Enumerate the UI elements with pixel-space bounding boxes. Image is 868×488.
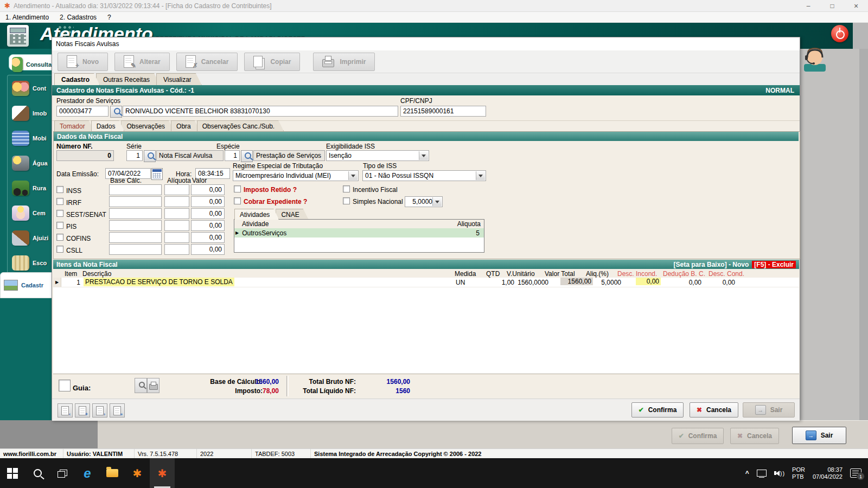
sidebar-item-cemiterio[interactable]: Cem	[0, 204, 52, 222]
especie-field[interactable]: 1	[225, 150, 240, 161]
taskbar-search-button[interactable]	[25, 458, 50, 488]
tab-obra[interactable]: Obra	[171, 120, 200, 131]
copiar-button[interactable]: Copiar	[244, 53, 300, 71]
alterar-button[interactable]: ✎ Alterar	[114, 53, 170, 71]
numero-field[interactable]: 0	[56, 150, 114, 161]
prestador-code-field[interactable]: 000003477	[56, 106, 108, 117]
power-button[interactable]	[831, 25, 848, 42]
exit-button[interactable]: → Sair	[743, 402, 795, 418]
inss-valor-field[interactable]: 0,00	[191, 184, 225, 195]
sidebar-item-rural[interactable]: Rura	[0, 179, 52, 197]
minimize-button[interactable]: –	[796, 0, 820, 12]
csll-checkbox[interactable]	[56, 246, 63, 253]
language-indicator[interactable]: POR PTB	[792, 466, 805, 480]
serie-field[interactable]: 1	[126, 150, 143, 161]
item-row[interactable]: ▶ 1 PRESTACAO DE SERVIÇO DE TORNO E SOLD…	[53, 278, 799, 287]
notification-icon[interactable]: 1	[850, 468, 861, 478]
sest-checkbox[interactable]	[56, 210, 63, 217]
outer-cancel-button[interactable]: ✖ Cancela	[730, 428, 779, 444]
sidebar-item-agua[interactable]: Água	[0, 154, 52, 172]
tab-cadastro[interactable]: Cadastro	[54, 73, 100, 85]
sidebar-item-escola[interactable]: Esco	[0, 254, 52, 272]
sidebar-item-mobiliario[interactable]: Mobi	[0, 129, 52, 147]
record-nav-button-2[interactable]: +	[75, 403, 90, 418]
cofins-checkbox[interactable]	[56, 234, 63, 241]
cofins-base-field[interactable]	[109, 232, 162, 243]
imposto-retido-checkbox[interactable]	[234, 185, 241, 192]
outer-exit-button[interactable]: → Sair	[792, 427, 846, 444]
sidebar-item-imobiliario[interactable]: Imob	[0, 104, 52, 123]
pis-checkbox[interactable]	[56, 222, 63, 229]
irrf-base-field[interactable]	[109, 196, 162, 207]
inss-base-field[interactable]	[109, 184, 162, 195]
sidebar-item-ajuizamento[interactable]: Ajuizi	[0, 229, 52, 247]
tipo-iss-select[interactable]: 01 - Não Possui ISSQN	[362, 170, 486, 181]
chevron-down-icon[interactable]	[348, 171, 358, 180]
exigibilidade-select[interactable]: Isenção	[326, 150, 429, 161]
especie-search-button[interactable]	[241, 150, 253, 162]
tab-atividades[interactable]: Atividades	[234, 209, 279, 220]
start-button[interactable]	[0, 458, 25, 488]
imprimir-button[interactable]: Imprimir	[313, 53, 375, 71]
outer-confirm-button[interactable]: ✔ Confirma	[672, 428, 724, 444]
tab-observacoes[interactable]: Observações	[121, 120, 174, 131]
pis-valor-field[interactable]: 0,00	[191, 220, 225, 231]
chevron-down-icon[interactable]	[419, 151, 428, 160]
maximize-button[interactable]: □	[820, 0, 844, 12]
csll-valor-field[interactable]: 0,00	[191, 244, 225, 255]
atividade-row[interactable]: ▶ OutrosServiços 5	[234, 228, 484, 237]
confirm-button[interactable]: ✔ Confirma	[631, 402, 684, 418]
cancelar-button[interactable]: ✗ Cancelar	[176, 53, 238, 71]
speaker-icon[interactable]: ))	[774, 470, 784, 477]
cofins-valor-field[interactable]: 0,00	[191, 232, 225, 243]
cpf-field[interactable]: 22151589000161	[400, 106, 486, 117]
prestador-name-field[interactable]: RONIVALDO VICENTE BELCHIOR 83831070130	[123, 106, 398, 117]
irrf-aliquota-field[interactable]	[164, 196, 189, 207]
sest-base-field[interactable]	[109, 208, 162, 219]
calendar-icon[interactable]	[151, 168, 163, 180]
task-view-button[interactable]	[50, 458, 75, 488]
sest-valor-field[interactable]: 0,00	[191, 208, 225, 219]
inss-checkbox[interactable]	[56, 186, 63, 193]
cofins-aliquota-field[interactable]	[164, 232, 189, 243]
simples-select[interactable]: 5,0000	[405, 196, 443, 207]
irrf-checkbox[interactable]	[56, 198, 63, 205]
sidebar-item-cadastro[interactable]: Cadastr	[0, 272, 53, 298]
menu-atendimento[interactable]: 1. Atendimento	[0, 12, 54, 23]
simples-checkbox[interactable]	[343, 197, 350, 204]
menu-cadastros[interactable]: 2. Cadastros	[54, 12, 102, 23]
fiorilli-app-button[interactable]: ✱	[125, 458, 150, 488]
tab-visualizar[interactable]: Visualizar	[156, 73, 202, 85]
tray-chevron-icon[interactable]: ^	[745, 470, 749, 477]
sidebar-item-consulta[interactable]: Consulta	[0, 55, 52, 74]
irrf-valor-field[interactable]: 0,00	[191, 196, 225, 207]
serie-desc-field[interactable]: Nota Fiscal Avulsa	[156, 150, 224, 161]
chevron-down-icon[interactable]	[476, 171, 485, 180]
csll-aliquota-field[interactable]	[164, 244, 189, 255]
tab-tomador[interactable]: Tomador	[54, 120, 94, 131]
edge-button[interactable]: e	[75, 458, 100, 488]
network-icon[interactable]	[757, 470, 767, 477]
sidebar-item-contribuintes[interactable]: Cont	[0, 79, 52, 98]
pis-aliquota-field[interactable]	[164, 220, 189, 231]
taskbar-clock[interactable]: 08:37 07/04/2022	[813, 466, 843, 480]
serie-search-button[interactable]	[144, 150, 156, 162]
tab-dados[interactable]: Dados	[91, 120, 125, 131]
file-explorer-button[interactable]	[100, 458, 125, 488]
tab-outras-receitas[interactable]: Outras Receitas	[96, 73, 160, 85]
menu-help[interactable]: ?	[102, 12, 117, 23]
regime-select[interactable]: Microempresário Individual (MEI)	[233, 170, 359, 181]
tab-cnae[interactable]: CNAE	[276, 209, 308, 220]
atendimento-app-button[interactable]: ✱	[150, 458, 175, 488]
mdi-scrollbar[interactable]	[859, 49, 868, 420]
record-nav-button-1[interactable]: ‹	[58, 403, 73, 418]
guia-checkbox[interactable]	[59, 380, 71, 391]
especie-desc-field[interactable]: Prestação de Serviços	[253, 150, 325, 161]
pis-base-field[interactable]	[109, 220, 162, 231]
incentivo-checkbox[interactable]	[343, 185, 350, 192]
tab-observacoes-canc[interactable]: Observações Canc./Sub.	[197, 120, 284, 131]
record-nav-button-4[interactable]: »	[110, 403, 125, 418]
novo-button[interactable]: + Novo	[58, 53, 108, 71]
cobrar-expediente-checkbox[interactable]	[234, 197, 241, 204]
close-button[interactable]: ×	[844, 0, 868, 12]
